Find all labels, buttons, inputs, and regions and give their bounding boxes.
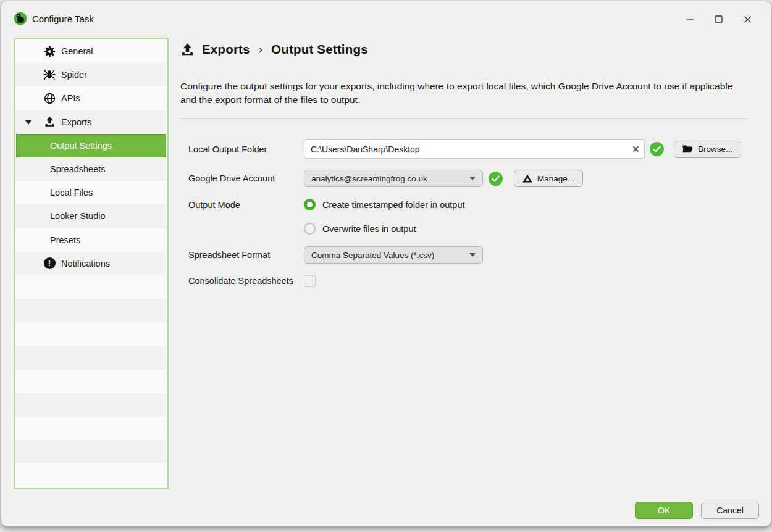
- sidebar-item-apis[interactable]: APIs: [15, 86, 167, 110]
- sidebar-empty-row: [15, 346, 167, 369]
- chevron-down-icon: [469, 253, 476, 257]
- output-mode-row-2: Overwrite files in output: [188, 222, 416, 235]
- sidebar-item-general[interactable]: General: [15, 39, 167, 63]
- manage-button-label: Manage...: [537, 174, 574, 183]
- sidebar-item-label: Output Settings: [16, 141, 112, 151]
- local-output-folder-input[interactable]: [304, 139, 645, 159]
- google-drive-account-row: Google Drive Account analytics@screaming…: [188, 170, 583, 187]
- sidebar-empty-row: [15, 322, 167, 346]
- google-drive-account-label: Google Drive Account: [188, 173, 304, 183]
- output-mode-label: Output Mode: [188, 200, 304, 210]
- sidebar-item-spider[interactable]: Spider: [15, 63, 167, 86]
- sidebar-item-label: Looker Studio: [15, 211, 105, 221]
- sidebar-item-exports[interactable]: Exports: [15, 110, 167, 134]
- minimize-button[interactable]: [675, 9, 704, 29]
- google-drive-account-select[interactable]: analytics@screamingfrog.co.uk: [304, 170, 483, 187]
- sidebar-item-presets[interactable]: Presets: [15, 228, 167, 252]
- spreadsheet-format-row: Spreadsheet Format Comma Separated Value…: [188, 246, 483, 264]
- spider-icon: [43, 69, 56, 81]
- globe-icon: [43, 92, 56, 104]
- radio-overwrite-files[interactable]: [304, 223, 316, 235]
- sidebar-item-output-settings[interactable]: Output Settings: [16, 134, 166, 157]
- sidebar-item-label: Notifications: [15, 259, 110, 268]
- ok-button[interactable]: OK: [635, 502, 693, 519]
- sidebar-empty-row: [15, 440, 167, 463]
- alert-icon: !: [43, 257, 56, 270]
- sidebar-empty-row: [15, 393, 167, 417]
- maximize-icon: [715, 15, 723, 23]
- page-description: Configure the output settings for your e…: [180, 80, 747, 106]
- sidebar-empty-row: [15, 275, 167, 299]
- local-output-folder-field-wrap: [304, 139, 645, 159]
- folder-open-icon: [682, 145, 693, 153]
- breadcrumb-output-settings: Output Settings: [271, 42, 368, 57]
- sidebar-empty-row: [15, 299, 167, 322]
- spreadsheet-format-select[interactable]: Comma Separated Values (*.csv): [304, 246, 483, 264]
- chevron-down-icon: [469, 177, 476, 180]
- export-icon: [43, 116, 56, 128]
- sidebar-item-spreadsheets[interactable]: Spreadsheets: [15, 157, 167, 181]
- manage-button[interactable]: Manage...: [514, 170, 583, 187]
- screaming-frog-logo-icon: [14, 12, 27, 25]
- spreadsheet-format-value: Comma Separated Values (*.csv): [311, 251, 434, 260]
- browse-button-label: Browse...: [698, 144, 732, 154]
- browse-button[interactable]: Browse...: [674, 141, 741, 158]
- valid-check-icon: [650, 142, 664, 156]
- google-drive-account-value: analytics@screamingfrog.co.uk: [311, 174, 427, 183]
- window-controls: [675, 9, 762, 29]
- cancel-button[interactable]: Cancel: [701, 502, 759, 519]
- sidebar-item-label: Spreadsheets: [15, 164, 105, 174]
- google-drive-icon: [522, 174, 532, 183]
- window-title: Configure Task: [32, 14, 94, 24]
- page-title: Exports › Output Settings: [180, 42, 368, 57]
- export-icon: [180, 43, 195, 57]
- radio-timestamped-folder[interactable]: [304, 199, 316, 210]
- breadcrumb-separator: ›: [259, 43, 262, 56]
- local-output-folder-row: Local Output Folder Browse...: [188, 139, 741, 159]
- consolidate-spreadsheets-label: Consolidate Spreadsheets: [188, 276, 304, 286]
- spreadsheet-format-label: Spreadsheet Format: [188, 250, 304, 260]
- close-button[interactable]: [733, 9, 762, 29]
- sidebar-empty-row: [15, 370, 167, 393]
- settings-sidebar: General Spider: [14, 38, 169, 489]
- valid-check-icon: [489, 172, 503, 186]
- sidebar-item-label: Local Files: [15, 188, 93, 197]
- breadcrumb-exports[interactable]: Exports: [202, 42, 250, 57]
- clear-input-icon[interactable]: [632, 146, 639, 152]
- configure-task-dialog: Configure Task: [1, 1, 771, 526]
- divider: [180, 118, 747, 119]
- maximize-button[interactable]: [704, 9, 733, 29]
- sidebar-empty-row: [15, 417, 167, 440]
- sidebar-item-looker-studio[interactable]: Looker Studio: [15, 204, 167, 228]
- radio-overwrite-files-label[interactable]: Overwrite files in output: [322, 224, 416, 234]
- chevron-down-icon[interactable]: [25, 120, 31, 125]
- consolidate-spreadsheets-checkbox[interactable]: [304, 275, 316, 287]
- radio-timestamped-folder-label[interactable]: Create timestamped folder in output: [322, 200, 465, 210]
- local-output-folder-label: Local Output Folder: [188, 144, 304, 154]
- minimize-icon: [686, 15, 694, 23]
- sidebar-item-notifications[interactable]: ! Notifications: [15, 252, 167, 275]
- gear-icon: [43, 45, 56, 57]
- sidebar-empty-row: [15, 463, 167, 487]
- sidebar-item-local-files[interactable]: Local Files: [15, 181, 167, 204]
- consolidate-spreadsheets-row: Consolidate Spreadsheets: [188, 275, 316, 287]
- output-mode-row: Output Mode Create timestamped folder in…: [188, 198, 465, 211]
- close-icon: [744, 15, 752, 23]
- title-bar: Configure Task: [1, 1, 771, 36]
- sidebar-item-label: Presets: [15, 235, 80, 245]
